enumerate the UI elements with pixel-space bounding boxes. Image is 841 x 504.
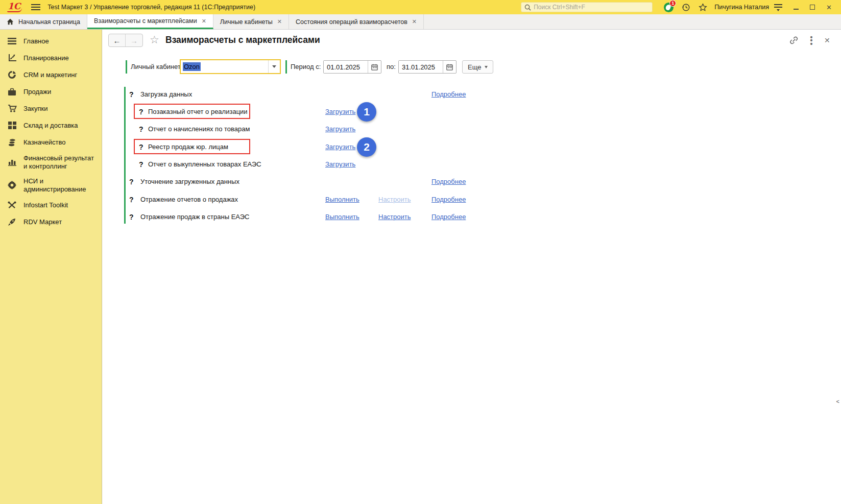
help-icon[interactable]: ? xyxy=(129,210,134,224)
operation-label: Позаказный отчет о реализации xyxy=(148,105,248,118)
sidebar-item-infostart-toolkit[interactable]: Infostart Toolkit xyxy=(0,197,102,213)
period-to-field[interactable] xyxy=(398,60,456,74)
tab-close-icon[interactable]: ✕ xyxy=(277,18,282,25)
more-actions-icon[interactable]: ••• xyxy=(810,36,813,45)
run-link[interactable]: Выполнить xyxy=(325,193,359,206)
close-window-button[interactable]: ✕ xyxy=(826,4,832,11)
details-link[interactable]: Подробнее xyxy=(431,210,466,224)
period-to-input[interactable] xyxy=(399,61,443,73)
load-link[interactable]: Загрузить xyxy=(325,140,355,154)
load-link[interactable]: Загрузить xyxy=(325,105,355,118)
maximize-button[interactable] xyxy=(810,4,815,11)
help-icon[interactable]: ? xyxy=(139,123,143,136)
app-title: Test Маркет 3 / Управление торговлей, ре… xyxy=(47,4,255,11)
details-link[interactable]: Подробнее xyxy=(431,193,466,206)
tab-mutual-settlements[interactable]: Взаиморасчеты с маркетплейсами ✕ xyxy=(87,14,213,29)
1c-logo-icon: 1С xyxy=(7,2,22,12)
load-link[interactable]: Загрузить xyxy=(325,158,355,171)
forward-button[interactable]: → xyxy=(126,34,142,46)
get-link-icon[interactable] xyxy=(789,36,799,45)
setup-link[interactable]: Настроить xyxy=(378,210,411,224)
sidebar-item-crm[interactable]: CRM и маркетинг xyxy=(0,66,102,83)
calendar-icon[interactable] xyxy=(368,61,381,73)
details-link[interactable]: Подробнее xyxy=(431,175,466,188)
sidebar-item-label: Склад и доставка xyxy=(23,122,78,130)
operation-row-reflect-eaeu-sales: ? Отражение продаж в страны ЕАЭС Выполни… xyxy=(102,210,613,224)
tab-home[interactable]: Начальная страница xyxy=(0,14,87,29)
warehouse-grid-icon xyxy=(7,121,17,130)
period-from-label: Период с: xyxy=(291,60,321,74)
help-icon[interactable]: ? xyxy=(129,193,134,206)
cabinet-label: Личный кабинет: xyxy=(131,60,182,74)
back-button[interactable]: ← xyxy=(109,34,126,46)
tab-label: Личные кабинеты xyxy=(220,18,273,26)
panel-collapse-chevron-icon[interactable]: < xyxy=(836,398,839,404)
cabinet-combo-field[interactable]: Ozon xyxy=(180,59,281,74)
favorite-star-icon[interactable]: ☆ xyxy=(150,34,159,46)
tab-close-icon[interactable]: ✕ xyxy=(412,18,417,25)
home-icon xyxy=(7,18,14,25)
period-from-field[interactable] xyxy=(323,60,381,74)
operation-label: Отражение отчетов о продажах xyxy=(140,193,238,206)
favorites-button[interactable] xyxy=(699,3,707,12)
sidebar-item-treasury[interactable]: Казначейство xyxy=(0,134,102,151)
help-icon[interactable]: ? xyxy=(139,105,143,118)
sidebar-item-label: RDV Маркет xyxy=(23,218,62,226)
global-search[interactable] xyxy=(521,2,653,12)
sidebar-item-label: Финансовый результат и контроллинг xyxy=(23,154,98,170)
close-form-icon[interactable]: ✕ xyxy=(824,36,830,44)
more-button[interactable]: Еще xyxy=(462,60,493,74)
minimize-button[interactable] xyxy=(794,4,799,11)
run-link[interactable]: Выполнить xyxy=(325,210,359,224)
main-menu-icon[interactable] xyxy=(31,4,40,10)
operation-label: Уточнение загруженных данных xyxy=(140,175,239,188)
sidebar-item-label: Планирование xyxy=(23,54,69,62)
sidebar-item-label: Главное xyxy=(23,37,49,45)
help-icon[interactable]: ? xyxy=(139,140,143,154)
operation-label: Отчет о выкупленных товарах ЕАЭС xyxy=(148,158,261,171)
step-badge-1: 1 xyxy=(357,102,376,122)
sidebar-item-warehouse[interactable]: Склад и доставка xyxy=(0,117,102,134)
tab-close-icon[interactable]: ✕ xyxy=(202,18,206,25)
search-input[interactable] xyxy=(534,4,649,11)
user-name[interactable]: Пичугина Наталия xyxy=(714,4,769,11)
chevron-down-icon xyxy=(272,65,276,68)
history-button[interactable] xyxy=(682,3,690,12)
operation-row-refine-data: ? Уточнение загруженных данных Подробнее xyxy=(102,175,613,188)
help-icon[interactable]: ? xyxy=(129,175,134,188)
load-link[interactable]: Загрузить xyxy=(325,123,355,136)
details-link[interactable]: Подробнее xyxy=(431,88,466,101)
discussions-button[interactable]: 1 xyxy=(664,3,674,12)
sidebar-item-purchases[interactable]: Закупки xyxy=(0,100,102,117)
sidebar-item-planning[interactable]: Планирование xyxy=(0,50,102,66)
cabinet-dropdown-button[interactable] xyxy=(268,60,280,73)
history-icon xyxy=(682,3,690,12)
tab-bar: Начальная страница Взаиморасчеты с марке… xyxy=(0,14,841,30)
sidebar-item-main[interactable]: Главное xyxy=(0,33,102,50)
sidebar-item-label: Продажи xyxy=(23,88,51,96)
sidebar-item-finance[interactable]: Финансовый результат и контроллинг xyxy=(0,151,102,174)
notification-badge: 1 xyxy=(669,0,676,7)
user-menu-icon[interactable] xyxy=(774,4,782,10)
tab-operation-states[interactable]: Состояния операций взаиморасчетов ✕ xyxy=(289,14,424,29)
planning-chart-icon xyxy=(7,53,17,63)
period-from-input[interactable] xyxy=(324,61,368,73)
help-icon[interactable]: ? xyxy=(129,88,134,101)
page-title: Взаиморасчеты с маркетплейсами xyxy=(165,35,320,45)
sidebar-item-label: НСИ и администрирование xyxy=(23,177,98,193)
bar-chart-icon xyxy=(7,157,17,167)
sidebar-item-administration[interactable]: НСИ и администрирование xyxy=(0,174,102,197)
more-button-label: Еще xyxy=(468,63,481,71)
sidebar-item-rdv-market[interactable]: RDV Маркет xyxy=(0,213,102,230)
tab-personal-accounts[interactable]: Личные кабинеты ✕ xyxy=(213,14,289,29)
sidebar-item-label: Закупки xyxy=(23,105,47,113)
operation-row-eaeu-redeemed-goods: ? Отчет о выкупленных товарах ЕАЭС Загру… xyxy=(102,158,613,171)
help-icon[interactable]: ? xyxy=(139,158,143,171)
operation-row-reflect-sales-reports: ? Отражение отчетов о продажах Выполнить… xyxy=(102,193,613,206)
sidebar-item-sales[interactable]: Продажи xyxy=(0,83,102,100)
calendar-icon[interactable] xyxy=(443,61,456,73)
search-icon xyxy=(524,4,531,11)
sidebar-item-label: Infostart Toolkit xyxy=(23,201,68,209)
sidebar-item-label: CRM и маркетинг xyxy=(23,71,77,79)
navigation-buttons: ← → xyxy=(108,34,143,47)
